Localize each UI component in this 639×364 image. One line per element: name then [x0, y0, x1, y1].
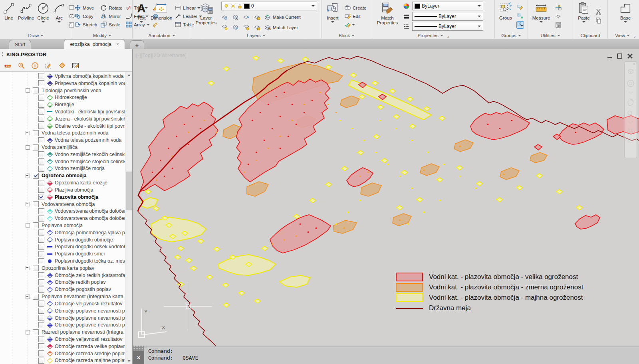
tree-row[interactable]: Območje poplavne nevarnosti pr — [0, 315, 125, 322]
tree-checkbox[interactable] — [38, 109, 44, 115]
tree-checkbox[interactable] — [38, 194, 44, 200]
tree-expander-icon[interactable] — [26, 223, 30, 228]
tree-checkbox[interactable] — [33, 265, 39, 271]
orbit-icon[interactable] — [627, 127, 634, 134]
tree-checkbox[interactable] — [38, 180, 44, 186]
tree-row[interactable]: Tipologija površinskih voda — [0, 87, 125, 94]
tree-checkbox[interactable] — [33, 87, 39, 93]
tree-row[interactable]: Območje redkih poplav — [0, 279, 125, 286]
utilities-panel-label[interactable]: Utilities — [528, 32, 573, 39]
tree-checkbox[interactable] — [33, 144, 39, 150]
tree-checkbox[interactable] — [38, 116, 44, 122]
tree-checkbox[interactable] — [38, 336, 44, 342]
tree-checkbox[interactable] — [38, 73, 44, 79]
tree-checkbox[interactable] — [33, 173, 39, 179]
tree-checkbox[interactable] — [33, 201, 39, 207]
tree-expander-icon[interactable] — [26, 295, 30, 299]
command-window[interactable]: × Command: Command: QSAVE — [133, 346, 639, 364]
status-dots-icon[interactable] — [4, 62, 12, 69]
layer-unlock-icon[interactable] — [254, 24, 260, 31]
linetype-select[interactable]: ByLayer — [412, 22, 483, 31]
tree-checkbox[interactable] — [38, 80, 44, 86]
tree-row[interactable]: Poplavna območja — [0, 222, 125, 229]
tree-checkbox[interactable] — [38, 244, 44, 250]
make-current-button[interactable]: Make Current — [264, 14, 301, 21]
tree-row[interactable]: Območje poplavne nevarnosti pr — [0, 321, 125, 328]
tree-expander-icon[interactable] — [26, 266, 30, 270]
rotate-button[interactable]: Rotate — [100, 4, 122, 11]
scrollbar-thumb[interactable] — [126, 172, 132, 210]
groups-panel-label[interactable]: Groups — [495, 32, 528, 39]
command-history[interactable]: Command: Command: QSAVE — [144, 346, 639, 364]
tree-checkbox[interactable] — [33, 222, 39, 228]
match-properties-button[interactable]: Match Properties — [374, 1, 401, 32]
tree-checkbox[interactable] — [38, 343, 44, 349]
tree-expander-icon[interactable] — [26, 202, 30, 206]
navigation-bar[interactable]: ✕ — [624, 61, 637, 158]
circle-button[interactable]: Circle — [36, 1, 50, 32]
chevron-down-icon[interactable] — [628, 91, 633, 94]
tree-row[interactable]: Vodna telesa podzemnih voda — [0, 136, 125, 144]
tree-checkbox[interactable] — [38, 216, 44, 222]
add-to-group-icon[interactable] — [517, 13, 524, 20]
tree-checkbox[interactable] — [38, 158, 44, 164]
tree-row[interactable]: Bioregije — [0, 101, 125, 108]
copy-button[interactable]: Copy — [74, 13, 97, 20]
tree-checkbox[interactable] — [38, 358, 44, 364]
layer-select[interactable]: 0 — [221, 2, 317, 10]
layer-off-icon[interactable] — [221, 14, 228, 21]
tree-checkbox[interactable] — [38, 187, 44, 193]
tree-checkbox[interactable] — [38, 350, 44, 356]
line-button[interactable]: Line — [2, 1, 16, 32]
tree-row[interactable]: Jezera - ekološki tipi površinskih v — [0, 115, 125, 123]
match-layer-button[interactable]: Match Layer — [264, 24, 298, 31]
tree-checkbox[interactable] — [38, 151, 44, 157]
id-point-icon[interactable] — [555, 13, 562, 20]
properties-panel-label[interactable]: Properties⌟ — [372, 32, 494, 39]
tree-row[interactable]: Območje razreda majhne poplav — [0, 357, 125, 364]
cut-icon[interactable] — [595, 8, 602, 15]
tree-row[interactable]: Območje zelo redkih (katastrofal — [0, 272, 125, 279]
tree-checkbox[interactable] — [38, 258, 44, 264]
restore-icon[interactable] — [617, 53, 622, 59]
tree-row[interactable]: Plazljiva območja — [0, 186, 125, 194]
copy-clip-icon[interactable] — [595, 17, 602, 24]
tree-expander-icon[interactable] — [26, 174, 30, 178]
tree-checkbox[interactable] — [38, 308, 44, 314]
close-icon[interactable] — [627, 53, 633, 59]
tab-erozijska-obmocja[interactable]: erozijska_obmocja× — [64, 39, 125, 49]
tree-row[interactable]: Območje razreda velike poplavne — [0, 343, 125, 350]
tree-checkbox[interactable] — [38, 123, 44, 129]
tree-expander-icon[interactable] — [26, 330, 30, 334]
chevron-down-icon[interactable] — [628, 121, 633, 124]
showmotion-icon[interactable] — [627, 137, 634, 143]
tree-expander-icon[interactable] — [26, 145, 30, 150]
info-icon[interactable] — [31, 62, 39, 69]
steering-wheel-icon[interactable] — [626, 79, 635, 88]
create-block-button[interactable]: Create — [344, 4, 367, 11]
tree-checkbox[interactable] — [38, 237, 44, 243]
tag-icon[interactable] — [58, 62, 66, 69]
new-tab-button[interactable]: + — [130, 40, 144, 49]
object-color-select[interactable]: ByLayer — [412, 2, 483, 10]
viewcube-icon[interactable] — [627, 67, 635, 75]
mirror-button[interactable]: Mirror — [100, 13, 122, 20]
tree-checkbox[interactable] — [38, 166, 44, 172]
tab-start[interactable]: Start — [9, 40, 31, 49]
tree-row[interactable]: Območje poplavne nevarnosti pr — [0, 307, 125, 315]
command-grip[interactable]: × — [133, 346, 144, 364]
point-style-icon[interactable] — [555, 4, 562, 11]
base-button[interactable]: Base — [617, 1, 634, 32]
tree-checkbox[interactable] — [38, 95, 44, 101]
view-panel-label[interactable]: View⌟ — [608, 32, 639, 39]
drag-grip-icon[interactable] — [2, 51, 3, 57]
tree-row[interactable]: Območje razreda srednje poplavn — [0, 350, 125, 357]
tree-row[interactable]: Poplavna nevarnost (Integralna karta — [0, 293, 125, 300]
search-icon[interactable] — [18, 62, 25, 69]
insert-button[interactable]: Insert — [323, 1, 342, 32]
tree-row[interactable]: Obalne vode - ekološki tipi površ — [0, 123, 125, 130]
tree-row[interactable]: Območje veljavnosti rezultatov — [0, 336, 125, 343]
dimension-button[interactable]: Dimension — [151, 1, 172, 32]
tree-row[interactable]: Razredi poplavne nevarnosti (Integra — [0, 328, 125, 336]
modify-panel-label[interactable]: Modify — [72, 32, 132, 39]
